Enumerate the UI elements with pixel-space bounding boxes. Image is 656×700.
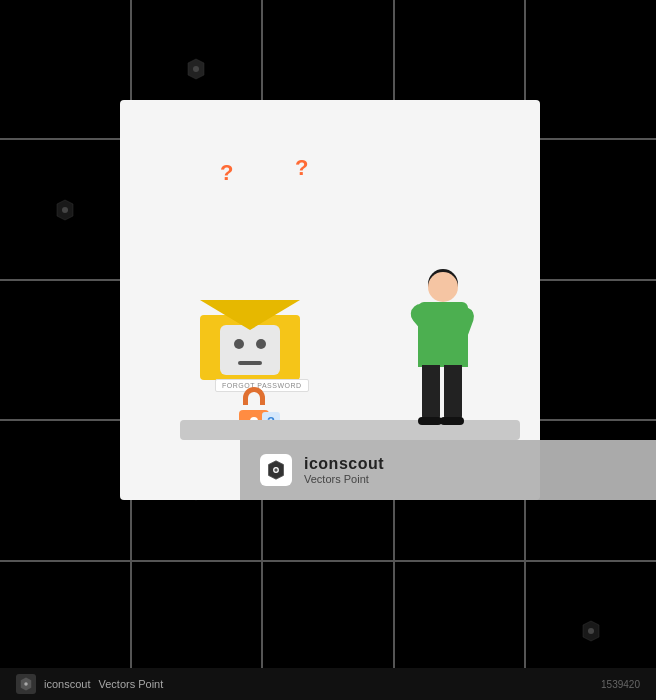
envelope-mouth bbox=[238, 361, 262, 365]
grid-cell bbox=[526, 140, 656, 278]
question-mark-1: ? bbox=[220, 160, 233, 186]
grid-cell-logo bbox=[0, 140, 130, 278]
watermark-logo bbox=[260, 454, 292, 486]
grid-cell bbox=[0, 421, 130, 559]
watermark-subtitle: Vectors Point bbox=[304, 473, 384, 485]
bottom-left-section: iconscout Vectors Point bbox=[16, 674, 163, 694]
illustration-container: ? ? FORGOT PASSWORD ? bbox=[120, 100, 540, 500]
bottom-right-section: 1539420 bbox=[601, 679, 640, 690]
person-body bbox=[418, 302, 468, 367]
grid-cell bbox=[526, 0, 656, 138]
svg-point-6 bbox=[24, 682, 28, 686]
bottom-brand-text: iconscout bbox=[44, 678, 90, 690]
lock-shackle bbox=[243, 387, 265, 405]
svg-point-3 bbox=[588, 628, 594, 634]
grid-cell bbox=[0, 281, 130, 419]
envelope-flap bbox=[200, 300, 300, 330]
iconscout-logo-icon bbox=[266, 460, 286, 480]
svg-point-5 bbox=[274, 468, 277, 471]
svg-point-0 bbox=[193, 66, 199, 72]
watermark-bar: iconscout Vectors Point bbox=[240, 440, 656, 500]
scene: ? ? FORGOT PASSWORD ? bbox=[120, 100, 540, 500]
person-shoe-right bbox=[440, 417, 464, 425]
watermark-text: iconscout Vectors Point bbox=[304, 455, 384, 485]
question-mark-2: ? bbox=[295, 155, 308, 181]
grid-cell bbox=[526, 281, 656, 419]
envelope-eye-left bbox=[234, 339, 244, 349]
envelope-eye-right bbox=[256, 339, 266, 349]
ground-platform bbox=[180, 420, 520, 440]
watermark-brand: iconscout bbox=[304, 455, 384, 473]
person-figure bbox=[400, 272, 480, 422]
person-leg-left bbox=[422, 365, 440, 420]
bottom-id: 1539420 bbox=[601, 679, 640, 690]
envelope-face bbox=[220, 325, 280, 375]
person-head bbox=[428, 272, 458, 302]
person-leg-right bbox=[444, 365, 462, 420]
grid-cell bbox=[0, 0, 130, 138]
svg-point-1 bbox=[62, 207, 68, 213]
person-shoe-left bbox=[418, 417, 442, 425]
bottom-subtitle-text: Vectors Point bbox=[98, 678, 163, 690]
bottom-bar: iconscout Vectors Point 1539420 bbox=[0, 668, 656, 700]
envelope bbox=[200, 300, 300, 380]
bottom-logo-small bbox=[16, 674, 36, 694]
